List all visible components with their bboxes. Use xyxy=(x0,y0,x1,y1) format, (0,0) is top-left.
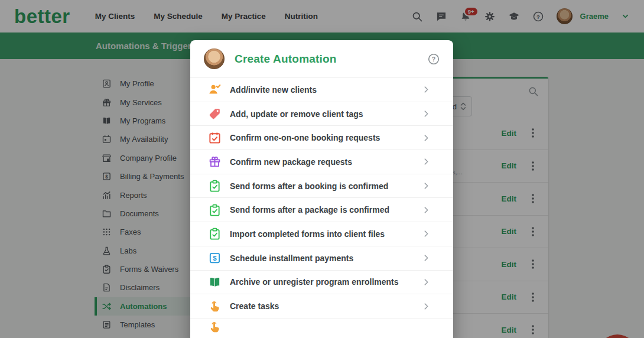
list-item-label: Archive or unregister program enrollment… xyxy=(230,277,399,287)
chevron-right-icon xyxy=(422,229,431,238)
list-item-label: Add/invite new clients xyxy=(230,85,317,95)
list-item-confirm-booking-requests[interactable]: Confirm one-on-one booking requests xyxy=(190,126,453,150)
chevron-right-icon xyxy=(422,157,431,166)
list-item-label: Create tasks xyxy=(230,301,279,311)
list-item-add-invite-clients[interactable]: Add/invite new clients xyxy=(190,78,453,102)
user-check-icon xyxy=(208,83,222,96)
list-item-import-forms[interactable]: Import completed forms into client files xyxy=(190,222,453,246)
chevron-right-icon xyxy=(422,109,431,118)
create-automation-modal: Create Automation ? Add/invite new clien… xyxy=(190,40,453,338)
list-item-label: Confirm one-on-one booking requests xyxy=(230,133,380,142)
list-item-send-forms-package[interactable]: Send forms after a package is confirmed xyxy=(190,198,453,222)
task-icon xyxy=(208,320,222,334)
list-item-label: Confirm new package requests xyxy=(230,157,352,167)
automation-type-list: Add/invite new clients Add, update or re… xyxy=(190,78,453,336)
modal-title: Create Automation xyxy=(235,53,337,66)
list-item-client-tags[interactable]: Add, update or remove client tags xyxy=(190,102,453,126)
clipboard-check-icon xyxy=(208,203,222,217)
chevron-right-icon xyxy=(422,85,431,94)
chevron-right-icon xyxy=(422,254,431,262)
chevron-right-icon xyxy=(422,181,431,190)
list-item-installment-payments[interactable]: $ Schedule installment payments xyxy=(190,246,453,271)
chevron-right-icon xyxy=(422,278,431,287)
chevron-right-icon xyxy=(422,302,431,311)
gift-icon xyxy=(208,155,222,168)
chevron-right-icon xyxy=(422,206,431,214)
hand-task-icon xyxy=(208,300,222,313)
list-item-label: Import completed forms into client files xyxy=(230,229,385,239)
calendar-check-icon xyxy=(208,131,222,145)
list-item-create-tasks[interactable]: Create tasks xyxy=(190,294,453,318)
list-item-send-forms-booking[interactable]: Send forms after a booking is confirmed xyxy=(190,174,453,199)
list-item-label: Send forms after a package is confirmed xyxy=(230,205,389,214)
clipboard-check-icon xyxy=(208,179,222,193)
chevron-right-icon xyxy=(422,134,431,142)
tag-icon xyxy=(208,107,222,121)
avatar xyxy=(204,48,225,69)
list-item-label: Add, update or remove client tags xyxy=(230,109,363,119)
modal-header: Create Automation ? xyxy=(190,40,453,78)
dollar-square-icon: $ xyxy=(208,251,222,265)
help-icon[interactable]: ? xyxy=(427,53,440,66)
list-item-label: Send forms after a booking is confirmed xyxy=(230,181,388,191)
book-icon xyxy=(208,275,222,289)
clipboard-check-icon xyxy=(208,227,222,240)
list-item-label: Schedule installment payments xyxy=(230,254,353,263)
svg-text:$: $ xyxy=(213,255,217,262)
svg-text:?: ? xyxy=(432,55,435,62)
list-item-partial[interactable] xyxy=(190,318,453,336)
list-item-confirm-package-requests[interactable]: Confirm new package requests xyxy=(190,150,453,174)
list-item-program-enrollments[interactable]: Archive or unregister program enrollment… xyxy=(190,271,453,295)
